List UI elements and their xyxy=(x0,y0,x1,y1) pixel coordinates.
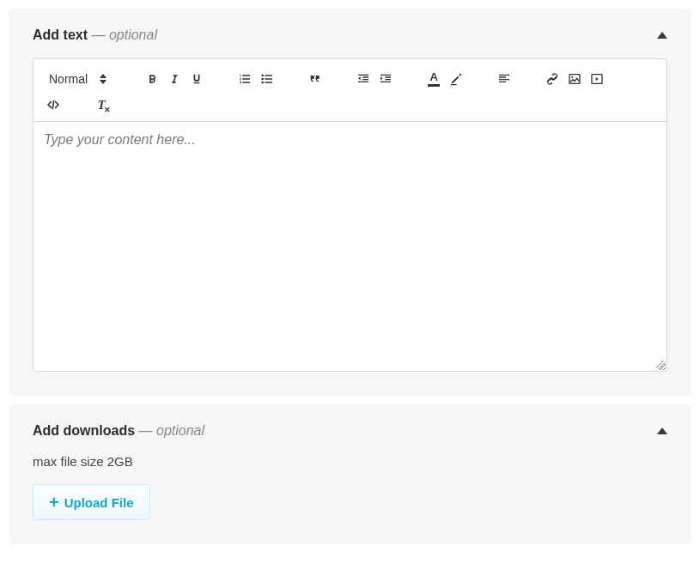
svg-point-2 xyxy=(261,82,264,84)
outdent-icon xyxy=(356,72,370,86)
editor-placeholder: Type your content here... xyxy=(44,132,196,147)
editor-toolbar: Normal xyxy=(33,59,667,122)
italic-button[interactable] xyxy=(163,68,186,90)
outdent-button[interactable] xyxy=(352,68,374,90)
rich-text-editor: Normal xyxy=(33,58,667,372)
svg-point-4 xyxy=(571,76,573,78)
italic-icon xyxy=(168,73,180,85)
add-downloads-heading: Add downloads — optional xyxy=(33,423,204,439)
link-button[interactable] xyxy=(541,68,563,90)
color-group: A xyxy=(423,66,467,92)
collapse-icon[interactable] xyxy=(657,427,667,434)
align-left-icon xyxy=(497,72,511,86)
indent-icon xyxy=(379,72,393,86)
add-text-title: Add text xyxy=(33,27,88,42)
bullet-list-icon xyxy=(260,72,274,86)
quote-group xyxy=(304,66,326,92)
video-button[interactable] xyxy=(586,68,608,90)
link-icon xyxy=(545,72,559,86)
add-text-optional: — optional xyxy=(88,27,157,42)
align-group xyxy=(493,66,515,92)
bold-icon xyxy=(146,73,158,85)
indent-button[interactable] xyxy=(374,68,397,90)
upload-file-label: Upload File xyxy=(64,495,134,510)
svg-point-1 xyxy=(261,78,264,81)
list-group xyxy=(234,66,278,92)
add-text-heading: Add text — optional xyxy=(33,27,157,43)
insert-group xyxy=(541,66,608,92)
image-icon xyxy=(568,72,581,86)
editor-content-area[interactable]: Type your content here... xyxy=(33,122,667,371)
select-caret-icon xyxy=(100,74,112,84)
add-downloads-title: Add downloads xyxy=(33,423,135,438)
add-text-header[interactable]: Add text — optional xyxy=(33,27,667,43)
svg-point-0 xyxy=(261,75,264,77)
font-color-icon: A xyxy=(428,71,440,87)
add-downloads-panel: Add downloads — optional max file size 2… xyxy=(9,404,691,544)
highlight-icon xyxy=(449,72,463,86)
ordered-list-button[interactable] xyxy=(234,68,256,90)
ordered-list-icon xyxy=(238,72,252,86)
plus-icon: + xyxy=(49,494,59,511)
upload-file-button[interactable]: + Upload File xyxy=(33,484,150,520)
collapse-icon[interactable] xyxy=(657,32,667,39)
heading-select-label: Normal xyxy=(49,72,88,86)
blockquote-button[interactable] xyxy=(304,68,326,90)
add-downloads-optional: — optional xyxy=(135,423,204,438)
add-text-panel: Add text — optional Normal xyxy=(9,9,691,396)
clear-format-button[interactable]: T✕ xyxy=(90,94,113,116)
file-size-hint: max file size 2GB xyxy=(33,454,667,469)
svg-line-6 xyxy=(52,100,53,108)
align-button[interactable] xyxy=(493,68,515,90)
image-button[interactable] xyxy=(563,68,586,90)
underline-button[interactable] xyxy=(186,68,208,90)
code-icon xyxy=(46,98,61,112)
heading-select[interactable]: Normal xyxy=(42,66,115,92)
code-group xyxy=(42,92,64,118)
clear-group: T✕ xyxy=(90,92,113,118)
video-icon xyxy=(590,72,604,86)
quote-icon xyxy=(308,72,322,86)
add-downloads-header[interactable]: Add downloads — optional xyxy=(33,423,667,439)
bold-button[interactable] xyxy=(141,68,163,90)
format-group xyxy=(141,66,208,92)
code-block-button[interactable] xyxy=(42,94,64,116)
bullet-list-button[interactable] xyxy=(256,68,278,90)
underline-icon xyxy=(191,73,203,85)
font-color-button[interactable]: A xyxy=(423,68,445,90)
clear-format-icon: T✕ xyxy=(97,99,105,112)
indent-group xyxy=(352,66,397,92)
highlight-button[interactable] xyxy=(445,68,467,90)
